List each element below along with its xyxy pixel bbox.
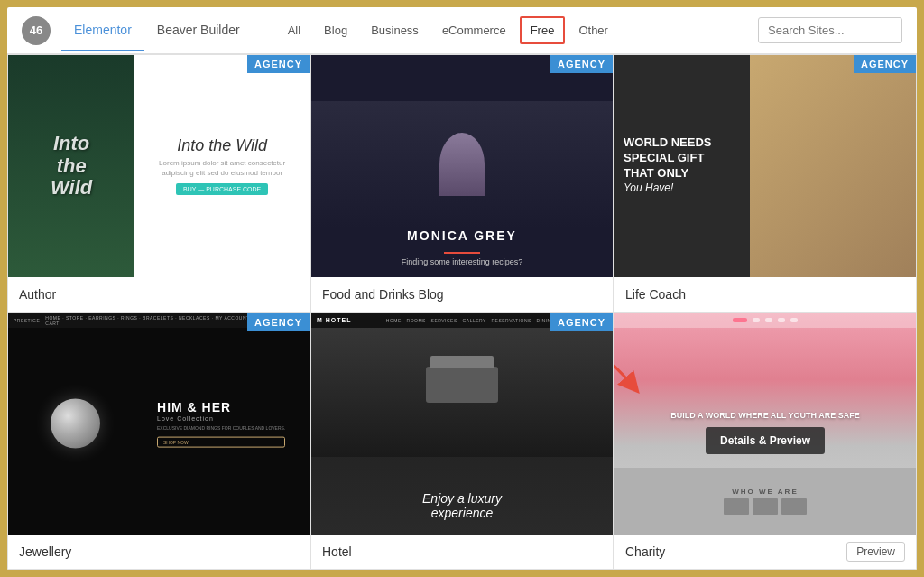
jewel-subtitle: Love Collection bbox=[157, 415, 285, 422]
card-charity-label: Charity Preview bbox=[614, 535, 916, 569]
main-container: 46 Elementor Beaver Builder All Blog Bus… bbox=[7, 7, 917, 570]
card-jewel-label: Jewellery bbox=[8, 535, 310, 569]
card-food-title: Food and Drinks Blog bbox=[322, 287, 444, 302]
author-right-panel: Into the Wild Lorem ipsum dolor sit amet… bbox=[134, 55, 310, 277]
card-life-label: Life Coach bbox=[614, 277, 916, 312]
charity-logo-dot bbox=[733, 318, 747, 322]
jewel-cta: SHOP NOW bbox=[157, 437, 285, 448]
tab-elementor[interactable]: Elementor bbox=[61, 10, 144, 51]
food-divider bbox=[444, 252, 480, 254]
card-hotel-badge: AGENCY bbox=[550, 313, 613, 331]
card-author-title: Author bbox=[19, 287, 56, 302]
filter-free[interactable]: Free bbox=[520, 16, 566, 44]
card-charity: BUILD A WORLD WHERE ALL YOUTH ARE SAFE D… bbox=[614, 312, 917, 571]
header: 46 Elementor Beaver Builder All Blog Bus… bbox=[7, 7, 917, 54]
filter-ecommerce[interactable]: eCommerce bbox=[432, 17, 516, 43]
filter-business[interactable]: Business bbox=[361, 17, 429, 43]
filter-blog[interactable]: Blog bbox=[314, 17, 357, 43]
hotel-bed-icon bbox=[426, 367, 498, 403]
card-life-image[interactable]: AGENCY WORLD NEEDSSPECIAL GIFTTHAT ONLY … bbox=[614, 55, 916, 277]
charity-thumb-3 bbox=[781, 498, 807, 515]
card-life-coach: AGENCY WORLD NEEDSSPECIAL GIFTTHAT ONLY … bbox=[614, 54, 917, 312]
card-life-title: Life Coach bbox=[625, 287, 686, 302]
charity-preview-button[interactable]: Preview bbox=[846, 542, 905, 562]
templates-grid: AGENCY IntotheWild Into the Wild Lorem i… bbox=[7, 54, 917, 570]
card-food-badge: AGENCY bbox=[550, 55, 613, 73]
card-charity-image[interactable]: BUILD A WORLD WHERE ALL YOUTH ARE SAFE D… bbox=[614, 313, 916, 535]
search-input[interactable] bbox=[758, 17, 902, 43]
card-author: AGENCY IntotheWild Into the Wild Lorem i… bbox=[7, 54, 310, 312]
card-charity-title: Charity bbox=[625, 544, 665, 559]
author-wild-text: IntotheWild bbox=[51, 133, 92, 199]
hotel-room-image: M HOTEL HOME · ROOMS · SERVICES · GALLER… bbox=[311, 313, 613, 458]
charity-bg: BUILD A WORLD WHERE ALL YOUTH ARE SAFE D… bbox=[614, 313, 916, 535]
author-left-panel: IntotheWild bbox=[8, 55, 134, 277]
food-name: MONICA GREY bbox=[407, 228, 517, 243]
charity-thumb-2 bbox=[753, 498, 778, 515]
charity-thumb-1 bbox=[724, 498, 749, 515]
hotel-logo: M HOTEL bbox=[317, 317, 352, 323]
author-cta-btn: BUY — PURCHASE CODE bbox=[176, 183, 268, 195]
jewel-title: HIM & HER bbox=[157, 400, 285, 415]
card-jewellery: AGENCY PRESTIGE HOME · STORE · EARRINGS … bbox=[7, 312, 310, 571]
jewel-ring-image bbox=[51, 399, 100, 449]
charity-nav-item4 bbox=[790, 318, 798, 322]
food-recipe-text: Finding some interesting recipes? bbox=[402, 257, 523, 266]
charity-bottom-section: WHO WE ARE bbox=[614, 468, 916, 535]
charity-details-preview-btn[interactable]: Details & Preview bbox=[706, 427, 825, 454]
filter-tabs: All Blog Business eCommerce Free Other bbox=[278, 16, 758, 44]
tab-beaver-builder[interactable]: Beaver Builder bbox=[144, 10, 253, 51]
author-into-wild-title: Into the Wild bbox=[177, 136, 267, 155]
hotel-tagline: Enjoy a luxuryexperience bbox=[422, 491, 502, 520]
jewel-bg: PRESTIGE HOME · STORE · EARRINGS · RINGS… bbox=[8, 313, 310, 535]
author-bg: IntotheWild Into the Wild Lorem ipsum do… bbox=[8, 55, 310, 277]
card-food: AGENCY MONICA GREY Finding some interest… bbox=[310, 54, 614, 312]
charity-nav-item2 bbox=[765, 318, 772, 322]
jewel-brand-name: PRESTIGE bbox=[14, 318, 40, 323]
filter-other[interactable]: Other bbox=[568, 17, 618, 43]
charity-thumbnails bbox=[724, 498, 807, 515]
jewel-nav-links: HOME · STORE · EARRINGS · RINGS · BRACEL… bbox=[45, 315, 258, 326]
card-jewel-badge: AGENCY bbox=[247, 313, 310, 331]
food-bg: MONICA GREY Finding some interesting rec… bbox=[311, 55, 613, 277]
food-hero bbox=[311, 101, 613, 228]
filter-all[interactable]: All bbox=[278, 17, 310, 43]
charity-nav-item1 bbox=[753, 318, 760, 322]
jewel-text-block: HIM & HER Love Collection EXCLUSIVE DIAM… bbox=[157, 400, 285, 448]
hotel-bg: M HOTEL HOME · ROOMS · SERVICES · GALLER… bbox=[311, 313, 613, 535]
charity-nav bbox=[614, 313, 916, 328]
card-hotel-title: Hotel bbox=[322, 544, 352, 559]
author-description: Lorem ipsum dolor sit amet consectetur a… bbox=[142, 159, 302, 178]
card-author-label: Author bbox=[8, 277, 310, 312]
template-count: 46 bbox=[22, 16, 51, 45]
charity-nav-item3 bbox=[778, 318, 785, 322]
life-coach-photo bbox=[750, 55, 916, 277]
card-hotel-label: Hotel bbox=[311, 535, 613, 569]
life-coach-cursive: You Have! bbox=[624, 182, 673, 195]
life-bg: WORLD NEEDSSPECIAL GIFTTHAT ONLY You Hav… bbox=[614, 55, 916, 277]
card-food-image[interactable]: AGENCY MONICA GREY Finding some interest… bbox=[311, 55, 613, 277]
life-coach-text: WORLD NEEDSSPECIAL GIFTTHAT ONLY You Hav… bbox=[624, 135, 774, 197]
card-jewel-image[interactable]: AGENCY PRESTIGE HOME · STORE · EARRINGS … bbox=[8, 313, 310, 535]
charity-who-we-are: WHO WE ARE bbox=[732, 488, 798, 496]
card-life-badge: AGENCY bbox=[854, 55, 916, 73]
card-food-label: Food and Drinks Blog bbox=[311, 277, 613, 312]
card-hotel: AGENCY M HOTEL HOME · ROOMS · SERVICES ·… bbox=[310, 312, 614, 571]
jewel-description: EXCLUSIVE DIAMOND RINGS FOR COUPLES AND … bbox=[157, 425, 285, 432]
card-hotel-image[interactable]: AGENCY M HOTEL HOME · ROOMS · SERVICES ·… bbox=[311, 313, 613, 535]
card-author-image[interactable]: AGENCY IntotheWild Into the Wild Lorem i… bbox=[8, 55, 310, 277]
card-jewel-title: Jewellery bbox=[19, 544, 71, 559]
charity-tagline: BUILD A WORLD WHERE ALL YOUTH ARE SAFE bbox=[663, 407, 866, 423]
builder-tabs: Elementor Beaver Builder bbox=[61, 10, 253, 51]
food-person-silhouette bbox=[439, 133, 485, 196]
card-author-badge: AGENCY bbox=[247, 55, 310, 73]
